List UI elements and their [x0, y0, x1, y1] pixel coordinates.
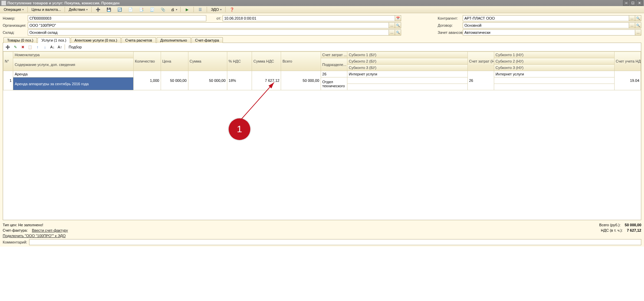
col-sum[interactable]: Сумма — [188, 52, 227, 71]
cell-num[interactable]: 1 — [3, 71, 13, 90]
menu-prices-currency[interactable]: Цены и валюта... — [29, 7, 63, 12]
toolbar-post-icon[interactable]: ➕ — [93, 6, 103, 13]
delete-row-icon[interactable]: ✖ — [19, 44, 26, 50]
price-type-label: Тип цен: Не заполнено! — [3, 223, 599, 227]
invoice-label: Счет-фактура: — [3, 228, 28, 232]
toolbar-structure-icon[interactable]: 🧾 — [147, 6, 157, 13]
cell-sum[interactable]: 50 000,00 — [188, 71, 227, 90]
toolbar-refresh-icon[interactable]: 🔃 — [115, 6, 125, 13]
cell-content[interactable]: Аренда аппаратуры за сентябрь 2016 года — [13, 77, 133, 90]
move-up-icon[interactable]: ↑ — [34, 44, 41, 50]
col-subconto3-bu[interactable]: Субконто 3 (БУ) — [347, 65, 467, 71]
annotation-number: 1 — [237, 124, 242, 135]
cell-subconto1-nu[interactable]: Интернет услуги — [494, 71, 614, 77]
comment-label: Комментарий: — [3, 240, 27, 244]
advance-field[interactable] — [463, 29, 635, 36]
col-vat-account[interactable]: Счет учета НДС — [614, 52, 641, 71]
cell-cost-account-nu[interactable]: 26 — [467, 71, 494, 90]
cell-subconto2-nu[interactable] — [494, 77, 614, 84]
cell-vat-sum[interactable]: 7 627,12 — [252, 71, 281, 90]
col-subconto2-bu[interactable]: Субконто 2 (БУ) — [347, 58, 467, 65]
copy-row-icon[interactable]: 📋 — [27, 44, 33, 50]
cell-nomenclature[interactable]: Аренда — [13, 71, 133, 77]
col-subconto2-nu[interactable]: Субконто 2 (НУ) — [494, 58, 614, 65]
search-icon[interactable]: 🔍 — [635, 15, 641, 21]
counterparty-field[interactable] — [463, 15, 629, 21]
col-vat-percent[interactable]: % НДС — [227, 52, 252, 71]
col-num[interactable]: N° — [3, 52, 13, 71]
col-price[interactable]: Цена — [161, 52, 188, 71]
close-button[interactable]: ✕ — [637, 0, 643, 6]
col-nomenclature[interactable]: Номенклатура — [13, 52, 133, 58]
annotation-badge: 1 — [229, 118, 250, 140]
calendar-icon[interactable]: 📅 — [395, 15, 401, 21]
menu-edo[interactable]: ЭДО — [208, 7, 224, 12]
search-icon[interactable]: 🔍 — [395, 29, 401, 36]
edit-row-icon[interactable]: ✎ — [12, 44, 19, 50]
toolbar-list-icon[interactable]: ☰ — [195, 6, 205, 13]
warehouse-field[interactable] — [28, 29, 389, 36]
col-quantity[interactable]: Количество — [133, 52, 161, 71]
open-dialog-icon[interactable]: … — [389, 22, 395, 28]
open-dialog-icon[interactable]: … — [629, 15, 635, 21]
tab-goods[interactable]: Товары (0 поз.) — [3, 37, 37, 43]
comment-field[interactable] — [29, 239, 641, 245]
search-icon[interactable]: 🔍 — [635, 22, 641, 28]
cell-vat-percent[interactable]: 18% — [227, 71, 252, 90]
sort-asc-icon[interactable]: A↓ — [49, 44, 56, 50]
tab-agent-services[interactable]: Агентские услуги (0 поз.) — [71, 37, 121, 43]
open-dialog-icon[interactable]: … — [635, 29, 641, 36]
edo-connect-link[interactable]: Подключить "ООО "100ПРО"" к ЭДО — [3, 234, 66, 238]
menu-actions[interactable]: Действия — [66, 7, 90, 12]
help-icon[interactable]: ❓ — [227, 6, 237, 13]
col-subdivision[interactable]: Подразделе... затрат — [321, 58, 347, 71]
table-row[interactable]: 1 Аренда 1,000 50 000,00 50 000,00 18% 7… — [3, 71, 641, 77]
contract-field[interactable] — [463, 22, 629, 28]
tab-additional[interactable]: Дополнительно — [157, 37, 191, 43]
col-total[interactable]: Всего — [281, 52, 321, 71]
cell-subconto3-nu[interactable] — [494, 84, 614, 90]
services-table[interactable]: N° Номенклатура Количество Цена Сумма % … — [3, 51, 641, 90]
col-subconto1-nu[interactable]: Субконто 1 (НУ) — [494, 52, 614, 58]
search-icon[interactable]: 🔍 — [395, 22, 401, 28]
sort-desc-icon[interactable]: A↑ — [56, 44, 63, 50]
date-field[interactable] — [223, 15, 395, 21]
maximize-button[interactable]: ☐ — [630, 0, 636, 6]
cell-subdivision[interactable]: Отдел технического — [321, 77, 347, 90]
tab-accounts[interactable]: Счета расчетов — [121, 37, 156, 43]
tab-services[interactable]: Услуги (1 поз.) — [38, 37, 70, 43]
toolbar-save-icon[interactable]: 💾 — [104, 6, 114, 13]
organization-field[interactable] — [28, 22, 389, 28]
open-dialog-icon[interactable]: … — [389, 29, 395, 36]
number-field[interactable] — [28, 15, 206, 21]
invoice-link[interactable]: Ввести счет-фактуру — [32, 228, 68, 232]
toolbar-go-icon[interactable]: ▶ — [182, 6, 192, 13]
cell-total[interactable]: 50 000,00 — [281, 71, 321, 90]
window-title: Поступление товаров и услуг: Покупка, ко… — [7, 1, 119, 5]
col-cost-account[interactable]: Счет затрат ... — [321, 52, 347, 58]
selection-button[interactable]: Подбор — [66, 44, 84, 50]
cell-price[interactable]: 50 000,00 — [161, 71, 188, 90]
col-subconto1-bu[interactable]: Субконто 1 (БУ) — [347, 52, 467, 58]
col-content[interactable]: Содержание услуги, доп. сведения — [13, 58, 133, 71]
cell-cost-account[interactable]: 26 — [321, 71, 347, 77]
add-row-icon[interactable]: ➕ — [4, 44, 11, 50]
total-label: Всего (руб.): — [599, 223, 621, 227]
toolbar-print-icon[interactable]: 🖨 — [169, 6, 179, 13]
open-dialog-icon[interactable]: … — [629, 22, 635, 28]
toolbar-attach-icon[interactable]: 📎 — [158, 6, 168, 13]
cell-vat-account[interactable]: 19.04 — [614, 71, 641, 90]
col-cost-account-nu[interactable]: Счет затрат (НУ) — [467, 52, 494, 71]
move-down-icon[interactable]: ↓ — [42, 44, 48, 50]
toolbar-copy-icon[interactable]: 📄 — [125, 6, 136, 13]
tab-invoice[interactable]: Счет-фактура — [191, 37, 223, 43]
cell-subconto3-bu[interactable] — [347, 84, 467, 90]
toolbar-based-icon[interactable]: 📑 — [136, 6, 146, 13]
cell-quantity[interactable]: 1,000 — [133, 71, 161, 90]
minimize-button[interactable]: ━ — [623, 0, 629, 6]
menu-operation[interactable]: Операция — [1, 7, 26, 12]
cell-subconto2-bu[interactable] — [347, 77, 467, 84]
col-subconto3-nu[interactable]: Субконто 3 (НУ) — [494, 65, 614, 71]
cell-subconto1-bu[interactable]: Интернет услуги — [347, 71, 467, 77]
col-vat-sum[interactable]: Сумма НДС — [252, 52, 281, 71]
